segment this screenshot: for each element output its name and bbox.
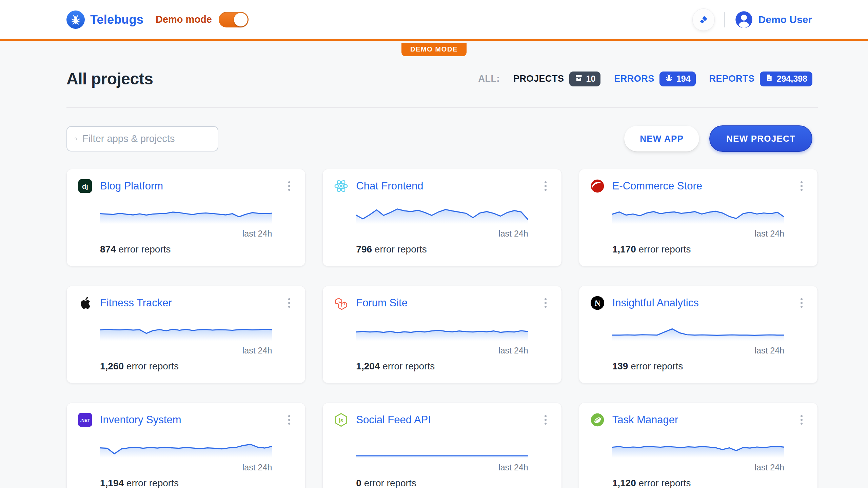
project-menu-kebab-icon[interactable] [542, 296, 549, 310]
stat-count-badge: 10 [569, 72, 601, 86]
header-right: Demo User [692, 8, 812, 31]
project-card: dj Blog Platform last 24h 874 error repo… [66, 169, 305, 266]
demo-mode-badge: DEMO MODE [401, 43, 467, 56]
react-icon [334, 179, 349, 194]
error-sparkline-chart [100, 435, 272, 458]
error-count-suffix: error reports [124, 478, 179, 488]
demo-mode-control: Demo mode [156, 12, 249, 27]
rails-icon [590, 179, 605, 194]
error-count-line: 1,170 error reports [612, 244, 784, 255]
project-title-link[interactable]: Fitness Tracker [100, 297, 172, 309]
error-count-suffix: error reports [636, 244, 691, 255]
error-count-suffix: error reports [380, 361, 435, 371]
project-menu-kebab-icon[interactable] [542, 412, 549, 427]
error-sparkline-chart [356, 202, 528, 224]
dotnet-icon: .NET [78, 412, 93, 427]
apple-icon [78, 296, 93, 310]
project-title-link[interactable]: Inventory System [100, 414, 181, 426]
error-count: 1,260 [100, 361, 124, 371]
project-title-link[interactable]: Social Feed API [356, 414, 431, 426]
error-sparkline-chart [100, 202, 272, 224]
stat-label: REPORTS [709, 74, 755, 84]
projects-grid: dj Blog Platform last 24h 874 error repo… [66, 169, 818, 488]
error-count: 874 [100, 244, 116, 255]
error-count-suffix: error reports [636, 478, 691, 488]
error-count-line: 1,204 error reports [356, 361, 528, 372]
header-divider [724, 12, 725, 27]
main-content: All projects ALL: PROJECTS 10 ERRORS 194… [0, 69, 868, 488]
new-app-button[interactable]: NEW APP [624, 126, 699, 151]
error-count: 1,120 [612, 478, 636, 488]
error-count-line: 139 error reports [612, 361, 784, 372]
nodejs-icon: js [334, 412, 349, 427]
stat-count-badge: 194 [659, 72, 696, 86]
top-header: Telebugs Demo mode Demo User DEMO MODE [0, 0, 868, 41]
nextjs-icon: N [590, 296, 605, 310]
error-count-suffix: error reports [124, 361, 179, 371]
toggle-knob [234, 13, 248, 26]
project-menu-kebab-icon[interactable] [542, 179, 549, 194]
project-title-link[interactable]: Forum Site [356, 297, 408, 309]
project-card: Forum Site last 24h 1,204 error reports [322, 286, 561, 383]
project-menu-kebab-icon[interactable] [798, 179, 805, 194]
error-count: 139 [612, 361, 628, 371]
project-menu-kebab-icon[interactable] [798, 296, 805, 310]
user-menu[interactable]: Demo User [735, 11, 812, 29]
stats-filter-reports[interactable]: REPORTS 294,398 [709, 72, 812, 86]
django-icon: dj [78, 179, 93, 194]
project-card: js Social Feed API last 24h 0 error repo… [322, 403, 561, 488]
error-count-line: 1,260 error reports [100, 361, 272, 372]
project-title-link[interactable]: Blog Platform [100, 180, 163, 192]
project-menu-kebab-icon[interactable] [285, 296, 293, 310]
filter-input-box[interactable] [66, 126, 218, 151]
project-card: N Insightful Analytics last 24h 139 erro… [579, 286, 818, 383]
sparkline-period-label: last 24h [100, 229, 272, 239]
theme-brush-button[interactable] [692, 8, 715, 31]
brand-name[interactable]: Telebugs [90, 13, 143, 27]
error-count-line: 796 error reports [356, 244, 528, 255]
error-sparkline-chart [356, 319, 528, 341]
error-count: 0 [356, 478, 361, 488]
sparkline-period-label: last 24h [100, 346, 272, 355]
error-sparkline-chart [356, 435, 528, 458]
project-menu-kebab-icon[interactable] [285, 412, 293, 427]
project-title-link[interactable]: Insightful Analytics [612, 297, 699, 309]
brand[interactable]: Telebugs [66, 11, 143, 29]
svg-text:js: js [339, 418, 343, 423]
project-title-link[interactable]: Chat Frontend [356, 180, 423, 192]
project-title-link[interactable]: E-Commerce Store [612, 180, 702, 192]
demo-mode-label: Demo mode [156, 14, 212, 25]
stat-label: ERRORS [614, 74, 654, 84]
error-count-suffix: error reports [628, 361, 683, 371]
project-title-link[interactable]: Task Manager [612, 414, 678, 426]
sparkline-period-label: last 24h [612, 463, 784, 472]
stat-label: PROJECTS [513, 74, 564, 84]
stats-prefix-label: ALL: [478, 74, 500, 84]
error-count: 1,194 [100, 478, 124, 488]
error-count-line: 874 error reports [100, 244, 272, 255]
project-menu-kebab-icon[interactable] [285, 179, 293, 194]
reports-icon [765, 74, 774, 84]
new-project-button[interactable]: NEW PROJECT [709, 125, 812, 152]
svg-text:dj: dj [82, 183, 88, 190]
user-avatar-icon [735, 11, 753, 29]
project-card: .NET Inventory System last 24h 1,194 err… [66, 403, 305, 488]
sparkline-period-label: last 24h [612, 229, 784, 239]
project-card: E-Commerce Store last 24h 1,170 error re… [579, 169, 818, 266]
filter-input[interactable] [82, 133, 210, 144]
error-count-line: 1,194 error reports [100, 478, 272, 488]
bug-icon [665, 74, 673, 84]
project-card: Chat Frontend last 24h 796 error reports [322, 169, 561, 266]
demo-mode-toggle[interactable] [219, 12, 249, 27]
sparkline-period-label: last 24h [100, 463, 272, 472]
stat-value: 294,398 [777, 74, 807, 84]
search-icon [75, 134, 77, 143]
error-count-suffix: error reports [361, 478, 416, 488]
stats-filter-projects[interactable]: PROJECTS 10 [513, 72, 600, 86]
stat-count-badge: 294,398 [760, 72, 812, 86]
stats-filter-errors[interactable]: ERRORS 194 [614, 72, 695, 86]
project-menu-kebab-icon[interactable] [798, 412, 805, 427]
brush-icon [698, 14, 709, 25]
error-count-suffix: error reports [372, 244, 427, 255]
sparkline-period-label: last 24h [356, 229, 528, 239]
